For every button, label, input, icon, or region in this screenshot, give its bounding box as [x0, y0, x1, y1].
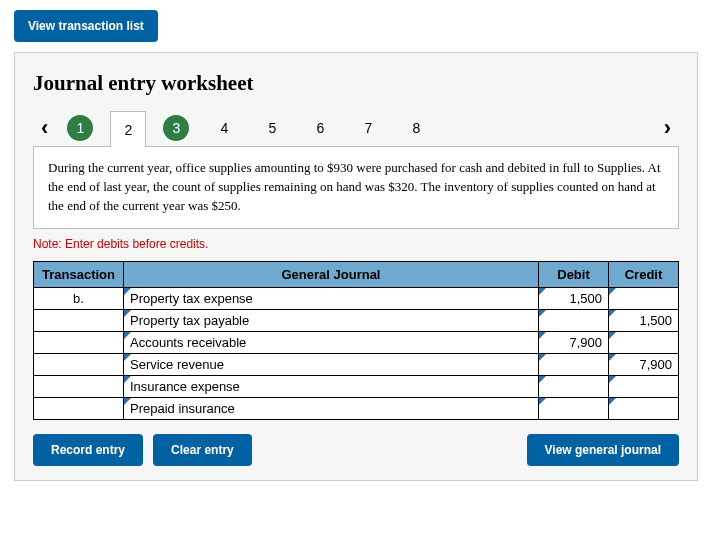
debit-cell[interactable] — [539, 309, 609, 331]
tab-bar: ‹ 1 2 3 4 5 6 7 8 › — [33, 110, 679, 146]
tab-3[interactable]: 3 — [163, 115, 189, 141]
credit-cell[interactable] — [609, 331, 679, 353]
view-transaction-list-button[interactable]: View transaction list — [14, 10, 158, 42]
tab-8[interactable]: 8 — [398, 110, 434, 146]
chevron-right-icon[interactable]: › — [656, 115, 679, 141]
tab-7[interactable]: 7 — [350, 110, 386, 146]
tab-4[interactable]: 4 — [206, 110, 242, 146]
action-bar: Record entry Clear entry View general jo… — [33, 434, 679, 466]
transaction-cell[interactable] — [34, 331, 124, 353]
debit-cell[interactable] — [539, 375, 609, 397]
tab-2[interactable]: 2 — [110, 111, 146, 147]
view-general-journal-button[interactable]: View general journal — [527, 434, 679, 466]
tab-5[interactable]: 5 — [254, 110, 290, 146]
transaction-cell[interactable] — [34, 353, 124, 375]
table-row: Prepaid insurance — [34, 397, 679, 419]
header-credit: Credit — [609, 261, 679, 287]
transaction-cell[interactable]: b. — [34, 287, 124, 309]
account-cell[interactable]: Accounts receivable — [124, 331, 539, 353]
debit-cell[interactable] — [539, 353, 609, 375]
account-cell[interactable]: Insurance expense — [124, 375, 539, 397]
credit-cell[interactable]: 1,500 — [609, 309, 679, 331]
table-row: Accounts receivable7,900 — [34, 331, 679, 353]
account-cell[interactable]: Property tax expense — [124, 287, 539, 309]
table-row: b.Property tax expense1,500 — [34, 287, 679, 309]
credit-cell[interactable] — [609, 397, 679, 419]
table-row: Property tax payable1,500 — [34, 309, 679, 331]
tab-6[interactable]: 6 — [302, 110, 338, 146]
credit-cell[interactable] — [609, 287, 679, 309]
table-row: Service revenue7,900 — [34, 353, 679, 375]
transaction-cell[interactable] — [34, 309, 124, 331]
credit-cell[interactable] — [609, 375, 679, 397]
chevron-left-icon[interactable]: ‹ — [33, 115, 56, 141]
debit-cell[interactable]: 7,900 — [539, 331, 609, 353]
page-title: Journal entry worksheet — [33, 71, 679, 96]
spacer — [262, 434, 517, 466]
transaction-description: During the current year, office supplies… — [33, 146, 679, 229]
record-entry-button[interactable]: Record entry — [33, 434, 143, 466]
header-journal: General Journal — [124, 261, 539, 287]
account-cell[interactable]: Property tax payable — [124, 309, 539, 331]
credit-cell[interactable]: 7,900 — [609, 353, 679, 375]
worksheet-panel: Journal entry worksheet ‹ 1 2 3 4 5 6 7 … — [14, 52, 698, 481]
transaction-cell[interactable] — [34, 397, 124, 419]
header-transaction: Transaction — [34, 261, 124, 287]
note-text: Note: Enter debits before credits. — [33, 237, 679, 251]
account-cell[interactable]: Prepaid insurance — [124, 397, 539, 419]
table-row: Insurance expense — [34, 375, 679, 397]
debit-cell[interactable]: 1,500 — [539, 287, 609, 309]
account-cell[interactable]: Service revenue — [124, 353, 539, 375]
clear-entry-button[interactable]: Clear entry — [153, 434, 252, 466]
debit-cell[interactable] — [539, 397, 609, 419]
tab-1[interactable]: 1 — [67, 115, 93, 141]
journal-table: Transaction General Journal Debit Credit… — [33, 261, 679, 420]
header-debit: Debit — [539, 261, 609, 287]
transaction-cell[interactable] — [34, 375, 124, 397]
